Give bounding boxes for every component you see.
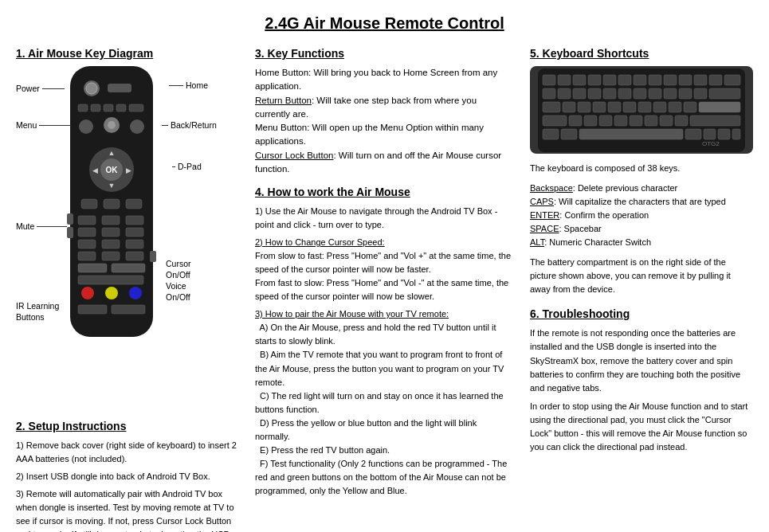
section2-title: 2. Setup Instructions — [16, 420, 239, 432]
svg-rect-37 — [126, 252, 143, 260]
svg-text:OK: OK — [106, 166, 119, 174]
svg-rect-39 — [112, 264, 145, 272]
battery-note: The battery compartment is on the right … — [530, 256, 753, 296]
label-power: Power — [16, 84, 65, 93]
label-menu: Menu — [16, 120, 71, 130]
svg-rect-57 — [694, 75, 707, 85]
svg-rect-49 — [573, 75, 586, 85]
svg-rect-35 — [78, 252, 96, 260]
svg-rect-22 — [126, 199, 142, 209]
svg-rect-26 — [102, 216, 120, 225]
svg-rect-58 — [709, 75, 722, 85]
svg-text:▼: ▼ — [108, 182, 116, 190]
svg-rect-85 — [584, 115, 597, 126]
svg-rect-72 — [543, 102, 560, 112]
label-dpad: D-Pad — [172, 162, 202, 171]
keyboard-shortcuts-list: Backspace: Delete previous character CAP… — [530, 182, 753, 249]
label-mute: Mute — [16, 221, 67, 231]
svg-rect-23 — [67, 213, 73, 225]
svg-rect-93 — [543, 129, 559, 139]
label-voice: VoiceOn/Off — [166, 281, 190, 303]
svg-rect-50 — [588, 75, 601, 85]
svg-rect-65 — [618, 88, 631, 99]
keyboard-image: OTG2 — [530, 66, 753, 154]
svg-rect-87 — [614, 115, 627, 126]
svg-point-11 — [108, 121, 116, 129]
svg-rect-3 — [108, 84, 131, 92]
svg-rect-7 — [116, 104, 126, 111]
svg-rect-24 — [67, 227, 73, 238]
setup-item-1: 1) Remove back cover (right side of keyb… — [16, 439, 239, 466]
svg-rect-6 — [104, 104, 113, 111]
svg-rect-82 — [699, 102, 740, 112]
svg-rect-48 — [558, 75, 571, 85]
svg-text:◀: ◀ — [92, 166, 98, 174]
section4-title: 4. How to work the Air Mouse — [255, 186, 514, 198]
svg-rect-66 — [634, 88, 646, 99]
section3-title: 3. Key Functions — [255, 47, 514, 60]
svg-rect-75 — [593, 102, 606, 112]
svg-rect-59 — [724, 75, 740, 85]
section1-title: 1. Air Mouse Key Diagram — [16, 47, 239, 60]
section6-title: 6. Troubleshooting — [530, 307, 753, 320]
svg-rect-64 — [603, 88, 616, 99]
svg-text:▶: ▶ — [126, 166, 131, 174]
svg-rect-77 — [623, 102, 636, 112]
troubleshoot-item2: In order to stop using the Air Mouse fun… — [530, 400, 753, 454]
svg-rect-80 — [669, 102, 681, 112]
svg-rect-51 — [603, 75, 616, 85]
svg-rect-28 — [78, 228, 96, 237]
section5-title: 5. Keyboard Shortcuts — [530, 47, 753, 60]
label-back: Back/Return — [162, 120, 217, 130]
svg-rect-70 — [694, 88, 707, 99]
troubleshoot-item1: If the remote is not responding once the… — [530, 327, 753, 394]
svg-point-12 — [130, 119, 144, 134]
svg-rect-67 — [649, 88, 661, 99]
svg-rect-62 — [573, 88, 586, 99]
page-title: 2.4G Air Mouse Remote Control — [16, 14, 753, 33]
svg-text:▲: ▲ — [108, 149, 116, 157]
svg-rect-36 — [102, 252, 120, 260]
svg-rect-29 — [102, 228, 120, 237]
svg-rect-68 — [664, 88, 677, 99]
svg-rect-44 — [78, 305, 107, 314]
svg-rect-74 — [578, 102, 590, 112]
svg-rect-52 — [618, 75, 631, 85]
svg-rect-4 — [78, 104, 88, 111]
svg-point-9 — [79, 119, 93, 134]
svg-rect-38 — [78, 264, 107, 272]
svg-rect-63 — [588, 88, 601, 99]
svg-rect-71 — [709, 88, 740, 99]
svg-rect-91 — [675, 115, 688, 126]
setup-item-2: 2) Insert USB dongle into back of Androi… — [16, 470, 239, 483]
key-functions-text: Home Button: Will bring you back to Home… — [255, 66, 514, 176]
svg-rect-78 — [638, 102, 651, 112]
svg-text:OTG2: OTG2 — [702, 140, 720, 147]
setup-item-3: 3) Remote will automatically pair with A… — [16, 487, 239, 532]
svg-rect-88 — [630, 115, 642, 126]
svg-point-42 — [105, 287, 118, 299]
svg-rect-20 — [81, 199, 97, 209]
svg-rect-84 — [569, 115, 582, 126]
label-cursor: CursorOn/Off — [166, 259, 191, 280]
svg-rect-53 — [634, 75, 646, 85]
svg-rect-8 — [129, 104, 143, 111]
svg-rect-89 — [645, 115, 657, 126]
svg-rect-56 — [679, 75, 692, 85]
svg-rect-25 — [78, 216, 96, 225]
svg-rect-60 — [543, 88, 555, 99]
svg-rect-86 — [599, 115, 612, 126]
air-mouse-pair: 3) How to pair the Air Mouse with your T… — [255, 307, 514, 498]
svg-rect-21 — [104, 199, 120, 209]
svg-rect-98 — [718, 129, 730, 139]
svg-rect-27 — [126, 216, 143, 225]
svg-rect-73 — [563, 102, 575, 112]
label-ir: IR LearningButtons — [16, 301, 59, 323]
svg-rect-96 — [685, 129, 701, 139]
svg-rect-54 — [649, 75, 661, 85]
svg-rect-31 — [78, 240, 96, 248]
svg-rect-61 — [558, 88, 571, 99]
svg-point-41 — [81, 287, 94, 299]
svg-rect-94 — [561, 129, 577, 139]
svg-rect-40 — [78, 276, 143, 284]
